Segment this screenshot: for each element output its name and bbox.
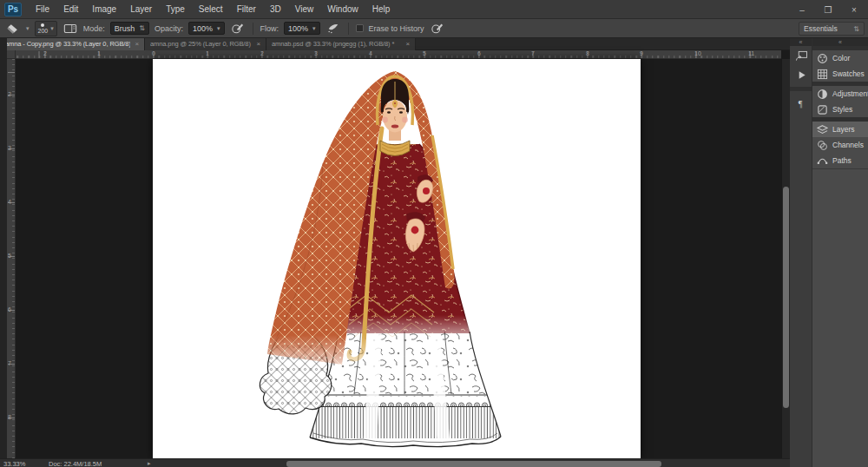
vertical-scrollbar-thumb[interactable] — [783, 187, 789, 408]
erase-to-history-checkbox[interactable] — [356, 24, 364, 32]
menu-item-edit[interactable]: Edit — [56, 0, 85, 19]
panel-tab-paths[interactable]: Paths — [812, 153, 868, 168]
horizontal-scrollbar-thumb[interactable] — [286, 461, 661, 467]
vertical-scrollbar[interactable] — [781, 59, 790, 458]
ruler-number: 8 — [586, 50, 589, 56]
ruler-number: 7 — [8, 360, 11, 366]
ruler-number: 8 — [8, 414, 11, 420]
erase-to-history-label: Erase to History — [369, 24, 424, 33]
ruler-number: 4 — [8, 199, 11, 205]
document-tab[interactable]: amna - Copy.png @ 33.3% (Layer 0, RGB/8)… — [0, 38, 145, 50]
menu-item-select[interactable]: Select — [192, 0, 230, 19]
pressure-size-icon[interactable] — [430, 22, 445, 36]
ruler-corner — [7, 50, 16, 59]
document-tab-label: amnab.psd @ 33.3% (pngegg (1), RGB/8) * — [272, 38, 401, 50]
panel-tab-color[interactable]: Color — [812, 50, 868, 66]
window-controls: – ❐ × — [795, 0, 861, 19]
panel-tab-channels[interactable]: Channels — [812, 137, 868, 153]
tab-close-icon[interactable]: × — [405, 38, 410, 50]
workspace-value: Essentials — [804, 24, 838, 33]
panel-tab-label: Channels — [832, 141, 864, 149]
panel-tabs-column: « ColorSwatchesAdjustmentsStylesLayersCh… — [812, 38, 868, 467]
panel-tab-layers[interactable]: Layers — [812, 122, 868, 137]
panel-tab-adjustments[interactable]: Adjustments — [812, 86, 868, 102]
dock-collapse-icon[interactable]: « — [790, 38, 812, 46]
mode-spinner-icon[interactable]: ⇅ — [139, 24, 145, 32]
ruler-number: 2 — [43, 50, 47, 56]
brush-preset-picker[interactable]: 200 ▾ — [35, 21, 57, 36]
eraser-tool-icon[interactable] — [5, 22, 21, 36]
status-flyout-arrow-icon[interactable]: ▸ — [148, 460, 151, 467]
actions-panel-icon[interactable] — [790, 65, 812, 84]
menu-item-file[interactable]: File — [29, 0, 56, 19]
menu-item-view[interactable]: View — [288, 0, 321, 19]
menu-item-window[interactable]: Window — [320, 0, 365, 19]
brush-picker-caret-icon[interactable]: ▾ — [50, 25, 54, 32]
airbrush-icon[interactable] — [326, 22, 341, 36]
ruler-number: 0 — [152, 50, 155, 56]
tool-options-bar: ▾ 200 ▾ Mode: Brush ⇅ Opacity: 100% ▾ Fl… — [0, 19, 868, 38]
document-tab[interactable]: amna.png @ 25% (Layer 0, RGB/8) *× — [145, 38, 266, 50]
tool-preset-caret-icon[interactable]: ▾ — [26, 25, 30, 32]
restore-icon[interactable]: ❐ — [821, 5, 835, 15]
pasteboard — [16, 59, 781, 458]
panel-empty-area — [812, 168, 868, 467]
menu-item-help[interactable]: Help — [365, 0, 398, 19]
close-icon[interactable]: × — [847, 5, 861, 15]
zoom-level-field[interactable]: 33.33% — [3, 460, 25, 467]
mode-select[interactable]: Brush ⇅ — [110, 22, 149, 35]
workspace-spinner-icon: ⇅ — [853, 25, 859, 33]
ruler-number: 11 — [748, 50, 754, 56]
menu-item-type[interactable]: Type — [159, 0, 192, 19]
ruler-number: 5 — [8, 253, 11, 259]
menu-item-image[interactable]: Image — [85, 0, 123, 19]
mode-value: Brush — [115, 24, 135, 33]
history-panel-icon[interactable] — [790, 46, 812, 65]
paths-icon — [817, 155, 828, 167]
ruler-number: 1 — [97, 50, 101, 56]
brush-size-value: 200 — [38, 28, 49, 34]
ruler-number: 2 — [260, 50, 264, 56]
menu-items: FileEditImageLayerTypeSelectFilter3DView… — [29, 0, 397, 19]
menu-item-filter[interactable]: Filter — [230, 0, 263, 19]
dock-group-separator — [790, 87, 812, 91]
opacity-caret-icon[interactable]: ▾ — [217, 25, 220, 32]
styles-icon — [817, 104, 828, 115]
panel-tab-styles[interactable]: Styles — [812, 102, 868, 117]
right-panel-dock: « ¶ « ColorSwatchesAdjustmentsStylesLaye… — [790, 38, 868, 467]
tab-close-icon[interactable]: × — [135, 38, 139, 50]
ruler-number: 6 — [8, 306, 11, 312]
minimize-icon[interactable]: – — [795, 5, 809, 15]
opacity-field[interactable]: 100% ▾ — [188, 22, 225, 35]
pressure-opacity-icon[interactable] — [230, 22, 246, 36]
panel-tab-label: Layers — [832, 125, 855, 134]
document-canvas[interactable] — [153, 59, 641, 458]
workspace-switcher[interactable]: Essentials ⇅ — [799, 22, 865, 36]
paragraph-panel-icon[interactable]: ¶ — [790, 94, 812, 113]
brush-panel-toggle-icon[interactable] — [62, 22, 78, 36]
document-tab[interactable]: amnab.psd @ 33.3% (pngegg (1), RGB/8) *× — [266, 38, 416, 50]
channels-icon — [817, 140, 828, 151]
svg-text:¶: ¶ — [798, 99, 802, 109]
brush-tip-preview-icon — [41, 23, 44, 27]
opacity-value: 100% — [193, 24, 213, 33]
panel-tab-swatches[interactable]: Swatches — [812, 66, 868, 82]
ruler-number: 10 — [694, 50, 701, 56]
menu-item-3d[interactable]: 3D — [263, 0, 288, 19]
tab-close-icon[interactable]: × — [256, 38, 260, 50]
document-tabstrip: amna - Copy.png @ 33.3% (Layer 0, RGB/8)… — [0, 38, 790, 50]
color-icon — [817, 53, 828, 64]
mode-label: Mode: — [83, 24, 105, 33]
ruler-number: 9 — [640, 50, 643, 56]
menu-item-layer[interactable]: Layer — [123, 0, 159, 19]
panel-collapse-icon[interactable]: « — [812, 38, 868, 46]
menu-bar: Ps FileEditImageLayerTypeSelectFilter3DV… — [0, 0, 868, 19]
panel-tab-label: Paths — [832, 156, 852, 165]
flow-value: 100% — [288, 24, 308, 33]
flow-caret-icon[interactable]: ▾ — [312, 25, 316, 32]
ruler-number: 7 — [531, 50, 535, 56]
flow-field[interactable]: 100% ▾ — [284, 22, 320, 35]
ruler-number: 2 — [8, 91, 11, 97]
collapsed-panel-dock: « ¶ — [790, 38, 812, 467]
left-edge-strip — [0, 38, 7, 467]
